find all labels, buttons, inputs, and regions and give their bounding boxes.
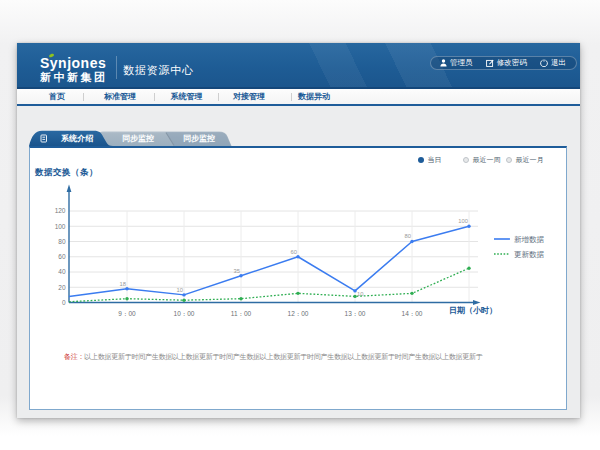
logo-subtext: 新中新集团 <box>40 71 108 84</box>
radio-last-week[interactable]: 最近一周 <box>463 156 501 164</box>
admin-user-button[interactable]: 管理员 <box>440 58 473 68</box>
main-nav: 首页 标准管理 系统管理 对接管理 数据异动 <box>17 89 580 106</box>
logout-button[interactable]: 退出 <box>540 58 566 68</box>
svg-text:80: 80 <box>58 238 66 245</box>
nav-item-standards[interactable]: 标准管理 <box>104 91 136 103</box>
svg-text:10：00: 10：00 <box>174 310 195 317</box>
change-password-label: 修改密码 <box>497 58 527 68</box>
header-divider <box>116 56 117 79</box>
svg-text:18: 18 <box>120 281 126 287</box>
nav-item-integration[interactable]: 对接管理 <box>233 91 265 103</box>
svg-text:40: 40 <box>58 268 66 275</box>
chart-x-axis-title: 日期（小时） <box>449 305 497 316</box>
logo-text: Synjones <box>40 56 108 70</box>
line-chart: 0204060801001209：0010：0011：0012：0013：001… <box>31 165 513 320</box>
nav-item-data-changes[interactable]: 数据异动 <box>298 91 330 103</box>
radio-last-week-label: 最近一周 <box>473 156 501 164</box>
content-panel: 当日 最近一周 最近一月 数据交换（条） 0204060801001209：00… <box>29 146 567 410</box>
user-icon <box>440 59 447 67</box>
edit-icon <box>486 59 494 67</box>
footnote: 备注：以上数据更新于时间产生数据以上数据更新于时间产生数据以上数据更新于时间产生… <box>64 352 544 362</box>
svg-text:9：00: 9：00 <box>118 310 136 317</box>
legend-update-data: 更新数据 <box>494 249 544 259</box>
logout-label: 退出 <box>551 58 566 68</box>
svg-text:60: 60 <box>291 249 297 255</box>
svg-text:35: 35 <box>234 268 240 274</box>
tab-bar: 系统介绍 同步监控 同步监控 <box>29 130 241 146</box>
radio-last-month-label: 最近一月 <box>516 156 544 164</box>
tab-sync-monitor-2[interactable]: 同步监控 <box>183 134 215 144</box>
nav-item-system[interactable]: 系统管理 <box>171 91 203 103</box>
chart-legend: 新增数据 更新数据 <box>494 234 544 264</box>
radio-unselected-icon <box>463 157 469 163</box>
legend-new-data-label: 新增数据 <box>514 235 544 244</box>
footnote-prefix: 备注： <box>64 353 84 360</box>
svg-text:120: 120 <box>55 207 66 214</box>
radio-today-label: 当日 <box>428 156 442 164</box>
page-background: Synjones 新中新集团 数据资源中心 管理员 <box>0 0 600 450</box>
user-toolbar: 管理员 修改密码 退出 <box>430 56 577 70</box>
nav-separator <box>154 93 155 101</box>
page-title: 数据资源中心 <box>123 63 194 78</box>
tab-sync-monitor-1[interactable]: 同步监控 <box>122 134 154 144</box>
change-password-button[interactable]: 修改密码 <box>486 58 527 68</box>
svg-text:80: 80 <box>405 233 411 239</box>
legend-update-data-label: 更新数据 <box>514 250 544 259</box>
svg-text:12：00: 12：00 <box>288 310 309 317</box>
app-window: Synjones 新中新集团 数据资源中心 管理员 <box>17 43 580 418</box>
logo: Synjones 新中新集团 <box>40 56 108 84</box>
legend-new-data: 新增数据 <box>494 234 544 244</box>
radio-last-month[interactable]: 最近一月 <box>506 156 544 164</box>
admin-user-label: 管理员 <box>450 58 473 68</box>
solid-line-icon <box>494 237 510 241</box>
svg-text:13：00: 13：00 <box>345 310 366 317</box>
svg-text:100: 100 <box>458 218 468 224</box>
power-icon <box>540 59 548 67</box>
svg-text:10: 10 <box>177 287 183 293</box>
svg-text:20: 20 <box>58 284 66 291</box>
nav-separator <box>83 93 84 101</box>
nav-separator <box>291 93 292 101</box>
radio-selected-icon <box>418 157 424 163</box>
radio-unselected-icon <box>506 157 512 163</box>
dotted-line-icon <box>494 252 510 256</box>
footnote-body: 以上数据更新于时间产生数据以上数据更新于时间产生数据以上数据更新于时间产生数据以… <box>84 353 482 360</box>
radio-today[interactable]: 当日 <box>418 156 442 164</box>
svg-text:100: 100 <box>55 223 66 230</box>
svg-text:60: 60 <box>58 253 66 260</box>
app-header: Synjones 新中新集团 数据资源中心 管理员 <box>17 43 580 89</box>
svg-text:11：00: 11：00 <box>231 310 252 317</box>
svg-text:0: 0 <box>62 299 66 306</box>
nav-item-home[interactable]: 首页 <box>49 91 65 103</box>
svg-text:14：00: 14：00 <box>402 310 423 317</box>
tab-system-intro[interactable]: 系统介绍 <box>61 134 93 144</box>
nav-separator <box>218 93 219 101</box>
